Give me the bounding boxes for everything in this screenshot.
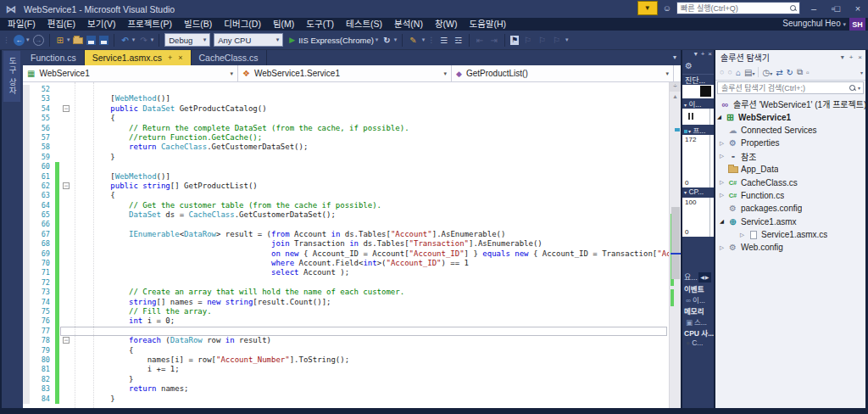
code-line[interactable]: 68 join Transaction in ds.Tables["Transa…: [23, 239, 669, 249]
menu-item[interactable]: 테스트(S): [340, 18, 388, 31]
solution-search-input[interactable]: 솔루션 탐색기 검색(Ctrl+;) ▾: [717, 81, 864, 94]
code-line[interactable]: 80 names[i] = row["Account_Number"].ToSt…: [23, 355, 669, 365]
menu-item[interactable]: 도구(T): [300, 18, 340, 31]
code-editor[interactable]: ÷ ▲ 5253 [WebMethod()]54– public DataSet…: [23, 82, 681, 408]
menu-item[interactable]: 디버그(D): [218, 18, 267, 31]
menu-item[interactable]: 빌드(B): [178, 18, 218, 31]
signed-in-user[interactable]: Seungchul Heo ▾: [782, 19, 846, 28]
se-collapse-all-icon[interactable]: ⧉: [797, 67, 803, 77]
menu-item[interactable]: 창(W): [429, 18, 464, 31]
diag-pin-icon[interactable]: +: [701, 50, 705, 61]
code-line[interactable]: 76 int i = 0;: [23, 316, 669, 326]
attach-button[interactable]: ✎: [408, 36, 418, 45]
pin-tab-icon[interactable]: +: [168, 53, 172, 62]
next-bookmark-button[interactable]: ⚐: [537, 36, 548, 45]
project-dropdown[interactable]: ▦ WebService1▾: [23, 65, 238, 81]
close-button[interactable]: ×: [849, 3, 866, 14]
code-line[interactable]: 78– foreach (DataRow row in result): [23, 336, 669, 345]
se-switch-views-icon[interactable]: ▤▾: [744, 68, 754, 77]
undo-button[interactable]: ↶▾: [120, 36, 135, 45]
start-debug-button[interactable]: ▶ IIS Express(Chrome) ▾: [289, 36, 378, 45]
tree-item-function-cs[interactable]: ▷C#Function.cs: [715, 189, 865, 202]
navigate-forward-button[interactable]: →: [33, 35, 44, 46]
toolbar-grip[interactable]: ⋮: [3, 36, 9, 44]
new-project-button[interactable]: ⊞▾: [55, 36, 70, 45]
code-line[interactable]: 52: [23, 85, 669, 94]
code-line[interactable]: 83 return names;: [23, 384, 669, 394]
se-close-icon[interactable]: ×: [858, 53, 862, 61]
code-line[interactable]: 75 // Fill the array.: [23, 307, 669, 316]
uncomment-button[interactable]: ☲: [453, 36, 464, 45]
code-line[interactable]: 74 string[] names = new string[result.Co…: [23, 298, 669, 307]
diag-close-icon[interactable]: ×: [708, 50, 712, 61]
code-line[interactable]: 61 [WebMethod()]: [23, 172, 669, 182]
se-refresh-icon[interactable]: ↻: [787, 68, 793, 77]
se-pin-icon[interactable]: +: [849, 53, 854, 61]
menu-item[interactable]: 도움말(H): [464, 18, 513, 31]
type-dropdown[interactable]: ❖ WebService1.Service1▾: [238, 65, 452, 81]
diag-summary-tab[interactable]: 요...: [684, 271, 698, 283]
tree-item--webservice1-1-[interactable]: ∞솔루션 'WebService1' (1개 프로젝트): [715, 98, 865, 110]
increase-indent-button[interactable]: ⇥: [489, 36, 499, 45]
code-line[interactable]: 84 }: [23, 394, 669, 404]
code-line[interactable]: 82 }: [23, 375, 669, 384]
code-line[interactable]: 66: [23, 220, 669, 229]
code-line[interactable]: 72: [23, 278, 669, 288]
tree-item-web-config[interactable]: ▷⚙Web.config: [715, 241, 865, 254]
code-line[interactable]: 60: [23, 162, 669, 171]
document-tab[interactable]: CacheClass.cs: [192, 50, 267, 65]
tree-item-packages-config[interactable]: ⚙packages.config: [715, 202, 865, 215]
chevron-collapsed-icon[interactable]: ▷: [720, 192, 727, 199]
notifications-filter-button[interactable]: ▼: [637, 1, 658, 15]
refresh-button[interactable]: ↻▾: [381, 36, 397, 45]
tree-item-connected-services[interactable]: ☁Connected Services: [715, 124, 865, 137]
se-dropdown-icon[interactable]: ▾: [841, 53, 844, 61]
menu-item[interactable]: 프로젝트(P): [121, 18, 178, 31]
previous-bookmark-button[interactable]: ⚐: [522, 36, 533, 45]
menu-item[interactable]: 보기(V): [81, 18, 121, 31]
tree-item-properties[interactable]: ▷⚙Properties: [715, 137, 865, 149]
diag-timeline[interactable]: [682, 85, 714, 98]
code-line[interactable]: 71 select Account );: [23, 268, 669, 277]
chevron-collapsed-icon[interactable]: ▷: [740, 232, 748, 238]
diag-tab-scroll-buttons[interactable]: ◀▶: [698, 272, 711, 283]
toolbar-overflow-2[interactable]: ▾: [565, 36, 569, 43]
se-home-icon[interactable]: ⌂: [736, 68, 741, 77]
tab-overflow-button[interactable]: ▾: [673, 53, 676, 61]
scrollbar-thumb[interactable]: [671, 207, 680, 279]
save-button[interactable]: [86, 36, 96, 45]
solution-platform-dropdown[interactable]: Any CPU▾: [214, 33, 283, 47]
diag-cpu-record-link[interactable]: ●C...: [682, 338, 714, 350]
code-line[interactable]: 53 [WebMethod()]: [23, 94, 669, 104]
diag-cpu-section[interactable]: ▾ CP...: [682, 187, 714, 198]
chevron-expanded-icon[interactable]: ◢: [720, 218, 727, 225]
code-line[interactable]: 67 IEnumerable<DataRow> result = (from A…: [23, 230, 669, 239]
chevron-expanded-icon[interactable]: ◢: [717, 114, 725, 120]
code-line[interactable]: 69 on new { Account_ID = Account["Accoun…: [23, 249, 669, 259]
diag-settings-icon[interactable]: ⚙: [685, 61, 693, 70]
code-line[interactable]: 64 // Get the customer table (from the c…: [23, 201, 669, 210]
code-line[interactable]: 54– public DataSet GetProductCatalog(): [23, 104, 669, 114]
tree-item-webservice1[interactable]: ◢⊞WebService1: [715, 110, 865, 123]
tree-item-app-data[interactable]: App_Data: [715, 163, 865, 176]
navigate-back-button[interactable]: ←▾: [14, 35, 30, 46]
menu-item[interactable]: 파일(F): [2, 18, 42, 31]
se-show-all-files-icon[interactable]: ▫: [806, 68, 810, 77]
open-file-button[interactable]: [73, 36, 83, 44]
maximize-button[interactable]: ▫︎□: [827, 3, 844, 14]
save-all-button[interactable]: [99, 36, 108, 45]
code-line[interactable]: 81 i += 1;: [23, 365, 669, 374]
member-dropdown[interactable]: ◆ GetProductList()▾: [452, 65, 674, 81]
chevron-collapsed-icon[interactable]: ▷: [720, 153, 727, 159]
code-line[interactable]: 57 //return Function.GetCache();: [23, 133, 669, 143]
menu-item[interactable]: 편집(E): [42, 18, 81, 31]
chevron-collapsed-icon[interactable]: ▷: [720, 140, 727, 147]
toolbox-tab[interactable]: 도구 상자: [3, 51, 20, 102]
fold-collapse-box[interactable]: –: [63, 105, 70, 112]
feedback-icon[interactable]: ☺: [663, 3, 671, 13]
user-avatar[interactable]: SH: [849, 18, 865, 31]
split-handle[interactable]: ÷: [670, 82, 681, 92]
comment-button[interactable]: ☰: [438, 36, 449, 45]
code-line[interactable]: 63 {: [23, 191, 669, 200]
chevron-collapsed-icon[interactable]: ▷: [720, 244, 727, 251]
